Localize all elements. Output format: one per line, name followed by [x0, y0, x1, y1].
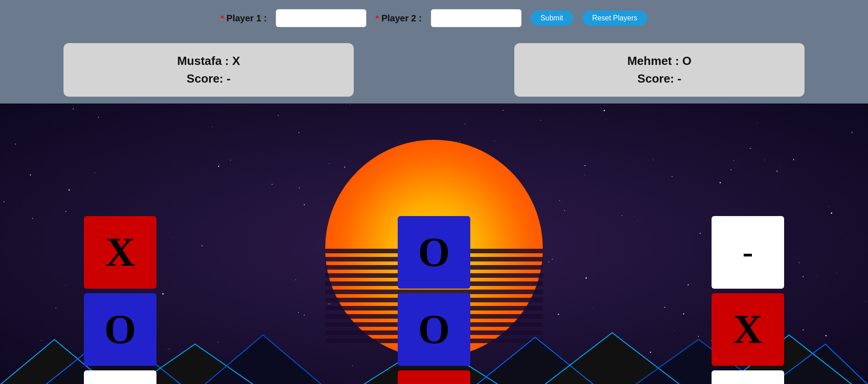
player1-label-text: Player 1 :: [226, 13, 267, 23]
player2-score-value: -: [678, 72, 682, 85]
cell-right-1-symbol: X: [733, 309, 763, 350]
player2-score-panel: Mehmet : O Score: -: [514, 43, 805, 97]
cell-left-0[interactable]: X: [84, 216, 156, 289]
submit-button[interactable]: Submit: [531, 10, 573, 26]
player1-score-label: Score:: [187, 72, 224, 85]
player2-score-label: Score:: [638, 72, 674, 85]
cell-center-0[interactable]: O: [398, 216, 470, 289]
cell-center-1[interactable]: O: [398, 293, 470, 366]
player1-name-symbol: Mustafa : X: [73, 52, 345, 70]
player1-input[interactable]: [276, 9, 366, 27]
cell-center-2[interactable]: X: [398, 370, 470, 384]
cell-left-1[interactable]: O: [84, 293, 156, 366]
cell-left-1-symbol: O: [104, 309, 136, 350]
cell-left-0-symbol: X: [106, 232, 135, 273]
player2-name-symbol: Mehmet : O: [523, 52, 795, 70]
right-column: - X -: [712, 216, 784, 384]
player1-symbol: X: [232, 54, 240, 68]
left-column: X O -: [84, 216, 156, 384]
player1-label: * Player 1 :: [221, 13, 267, 24]
player2-score-line: Score: -: [523, 70, 795, 88]
cell-center-0-symbol: O: [418, 232, 450, 273]
center-column: O O X: [398, 216, 470, 384]
cell-center-1-symbol: O: [418, 309, 450, 350]
player1-name: Mustafa: [177, 54, 222, 68]
svg-marker-3: [204, 335, 322, 384]
cell-left-2[interactable]: -: [84, 370, 156, 384]
player2-symbol: O: [683, 54, 692, 68]
player2-label-text: Player 2 :: [381, 13, 422, 23]
cell-right-0-symbol: -: [742, 236, 753, 268]
player2-name: Mehmet: [627, 54, 672, 68]
score-area: Mustafa : X Score: - Mehmet : O Score: -: [0, 36, 868, 103]
player1-score-value: -: [227, 72, 231, 85]
player2-required-star: *: [375, 14, 379, 23]
player1-score-panel: Mustafa : X Score: -: [63, 43, 354, 97]
player2-label: * Player 2 :: [375, 13, 422, 24]
header: * Player 1 : * Player 2 : Submit Reset P…: [0, 0, 868, 36]
game-area: X O - O O X - X -: [0, 103, 868, 384]
cell-right-1[interactable]: X: [712, 293, 784, 366]
player2-input[interactable]: [431, 9, 522, 27]
cell-right-2[interactable]: -: [712, 370, 784, 384]
player1-score-line: Score: -: [73, 70, 345, 88]
cell-right-0[interactable]: -: [712, 216, 784, 289]
player1-required-star: *: [221, 14, 224, 23]
reset-players-button[interactable]: Reset Players: [582, 10, 648, 26]
